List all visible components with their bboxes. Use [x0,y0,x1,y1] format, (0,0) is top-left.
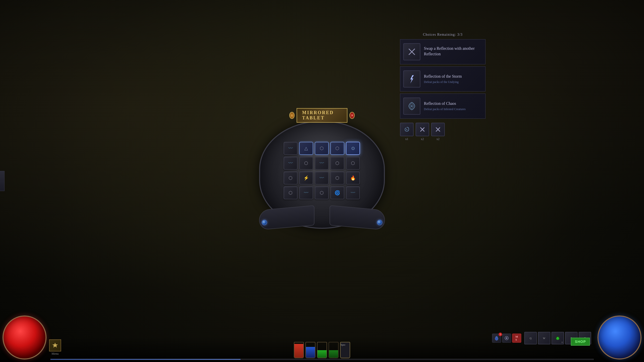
inv-count-1: x1 [405,137,408,141]
inventory-item-3: x2 [431,123,445,141]
skill-q[interactable]: Q [524,332,537,344]
tile-icon: 〰 [288,146,293,151]
close-button[interactable]: ✕ [349,112,355,119]
tile-1-2[interactable]: 〰 [315,157,329,170]
tile-0-3[interactable]: ⬡ [330,142,344,155]
tile-icon: 〰 [319,161,324,166]
mana-orb [597,315,641,359]
mirrored-tablet-dialog: i MIRRORED TABLET ✕ 〰 △ ⬡ ⬡ ⊙ [257,116,387,241]
svg-point-4 [406,129,407,130]
swap-title: Swap a Reflection with another Reflectio… [424,46,482,57]
info-button[interactable]: i [289,112,295,119]
tile-icon: 〰 [304,190,308,196]
right-panel: Choices Remaining: 3/3 Swap a Reflection… [400,33,486,141]
tile-icon: △ [304,146,308,151]
choice-card-chaos[interactable]: Reflection of Chaos Defeat packs of Infe… [400,94,486,119]
left-orb [262,220,267,225]
storm-icon [403,70,420,87]
tile-icon: 🌀 [335,190,340,196]
tile-3-2[interactable]: ⬡ [315,186,329,199]
tile-0-2[interactable]: ⬡ [315,142,329,155]
chaos-icon [403,98,420,115]
tile-1-4[interactable]: ⬡ [346,157,360,170]
bottom-hud: Menu 1 2 3 4 Spec [0,337,644,362]
tile-icon: ⊙ [351,146,355,151]
inv-icon-spiral[interactable] [400,123,414,136]
tile-1-3[interactable]: ⬡ [330,157,344,170]
menu-area: Menu [49,339,61,356]
shop-area: SHOP [571,338,590,346]
inv-icon-slash2[interactable] [431,123,445,136]
tile-3-0[interactable]: ⬡ [284,186,298,199]
tile-2-4[interactable]: 🔥 [346,171,360,185]
potion-badge: 3 [499,333,502,336]
chaos-text: Reflection of Chaos Defeat packs of Infe… [424,101,482,111]
flask-4[interactable]: 4 [329,342,339,358]
tile-3-3[interactable]: 🌀 [330,186,344,199]
tile-icon: 〰 [319,175,324,181]
flask-1[interactable]: 1 [294,342,304,358]
health-orb [3,315,47,359]
inventory-item-2: x2 [416,123,429,141]
choice-card-swap[interactable]: Swap a Reflection with another Reflectio… [400,39,486,64]
svg-point-16 [557,337,559,338]
tablet-oval: 〰 △ ⬡ ⬡ ⊙ 〰 ⬡ 〰 ⬡ [259,121,385,229]
hud-icon-2[interactable] [502,334,511,343]
tile-icon: ⬡ [304,160,308,166]
chaos-title: Reflection of Chaos [424,101,482,106]
swap-text: Swap a Reflection with another Reflectio… [424,46,482,58]
flask-3[interactable]: 3 [317,342,327,358]
storm-subtitle: Defeat packs of the Undying [424,80,482,84]
skill-w[interactable]: W [538,332,550,344]
left-wing [259,205,314,230]
inventory-row: x1 x2 x2 [400,123,486,141]
shop-button[interactable]: SHOP [571,338,590,346]
tile-icon: ⬡ [335,175,339,181]
storm-title: Reflection of the Storm [424,74,482,79]
exp-fill [51,359,240,360]
tile-2-2[interactable]: 〰 [315,171,329,185]
inv-count-2: x2 [421,137,424,141]
menu-label: Menu [52,352,59,356]
tile-grid: 〰 △ ⬡ ⬡ ⊙ 〰 ⬡ 〰 ⬡ [284,142,360,200]
tile-icon: ⚡ [303,175,309,181]
hud-potion-icon[interactable]: 3 [492,334,501,343]
tile-0-1[interactable]: △ [299,142,313,155]
flask-special[interactable]: Spec [340,342,350,358]
tile-2-0[interactable]: ⬡ [284,171,298,185]
skill-e[interactable]: E [551,332,564,344]
tile-icon: ⬡ [289,190,293,196]
tile-0-0[interactable]: 〰 [284,142,298,155]
swap-icon [403,43,420,60]
storm-text: Reflection of the Storm Defeat packs of … [424,74,482,84]
tile-3-4[interactable]: 〰 [346,186,360,199]
tile-3-1[interactable]: 〰 [299,186,313,199]
flask-2[interactable]: 2 [305,342,315,358]
tile-icon: ⬡ [320,190,324,196]
tile-icon: 〰 [288,161,293,166]
tile-2-3[interactable]: ⬡ [330,171,344,185]
dialog-title: MIRRORED TABLET [297,108,347,123]
tile-icon: 🔥 [350,175,356,181]
tile-icon: ⬡ [320,146,324,151]
dialog-title-bar: i MIRRORED TABLET ✕ [289,108,355,123]
tile-0-4[interactable]: ⊙ [346,142,360,155]
tile-icon: ⬡ [335,160,339,166]
hud-badge-ms: MS [512,334,521,343]
flask-bar: 1 2 3 4 Spec [294,342,350,358]
svg-marker-2 [410,75,414,83]
chaos-subtitle: Defeat packs of Infested Creatures [424,107,482,111]
exp-bar [50,359,594,360]
choice-card-storm[interactable]: Reflection of the Storm Defeat packs of … [400,66,486,92]
tile-1-0[interactable]: 〰 [284,157,298,170]
right-orb [377,220,382,225]
choices-remaining: Choices Remaining: 3/3 [400,33,486,37]
tile-icon: ⬡ [289,175,293,181]
svg-point-3 [411,105,413,107]
tile-2-1[interactable]: ⚡ [299,171,313,185]
tile-icon: 〰 [351,190,355,196]
tile-1-1[interactable]: ⬡ [299,157,313,170]
menu-icon-box[interactable] [49,339,61,351]
right-wing [330,205,385,230]
inv-icon-slash1[interactable] [416,123,429,136]
